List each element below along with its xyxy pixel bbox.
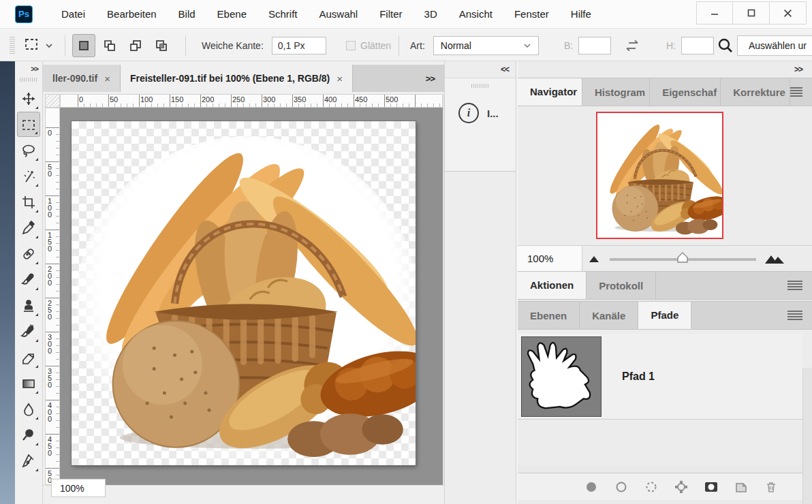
navigator-panel <box>518 106 812 245</box>
chevron-down-icon[interactable] <box>45 43 53 48</box>
paths-panel-footer <box>518 473 802 500</box>
menu-bar: DateiBearbeitenBildEbeneSchriftAuswahlFi… <box>52 4 601 24</box>
options-grip[interactable] <box>10 37 15 54</box>
navigator-zoom-field[interactable]: 100% <box>518 246 582 271</box>
subtract-from-selection-button[interactable] <box>124 34 147 57</box>
new-path-icon <box>734 480 748 494</box>
panel-tab-korrekture[interactable]: Korrekture <box>721 78 790 106</box>
panel-tab-eigenschaf[interactable]: Eigenschaf <box>650 78 721 106</box>
panel-tab-pfade[interactable]: Pfade <box>638 302 691 329</box>
collapse-panels-button[interactable]: << <box>445 61 516 78</box>
add-mask-button[interactable] <box>704 480 718 494</box>
info-panel-button[interactable]: i I... <box>445 92 516 123</box>
tool-preset-marquee-icon[interactable] <box>23 36 40 55</box>
new-path-button[interactable] <box>734 480 748 494</box>
healing-tool-button[interactable] <box>17 241 40 266</box>
move-tool-button[interactable] <box>17 86 40 111</box>
menu-hilfe[interactable]: Hilfe <box>561 4 601 24</box>
search-icon[interactable] <box>717 37 734 54</box>
lasso-tool-button[interactable] <box>17 138 40 163</box>
history-tool-button[interactable] <box>17 319 40 344</box>
pasteboard[interactable] <box>60 108 443 485</box>
background-strip <box>0 61 15 504</box>
zoom-out-icon[interactable] <box>589 255 599 263</box>
panel-tab-aktionen[interactable]: Aktionen <box>518 272 587 299</box>
crop-tool-button[interactable] <box>17 189 40 215</box>
document-tab-label: Freisteller-091.tif bei 100% (Ebene 1, R… <box>130 73 330 84</box>
zoom-slider-thumb[interactable] <box>676 251 689 265</box>
swap-dimensions-icon[interactable] <box>624 39 640 52</box>
height-input[interactable] <box>681 37 714 54</box>
panel-menu-icon[interactable] <box>790 87 802 97</box>
gradient-tool-button[interactable] <box>17 371 40 396</box>
menu-ebene[interactable]: Ebene <box>208 4 256 24</box>
fill-path-button[interactable] <box>584 480 598 494</box>
expand-panels-button[interactable]: >> <box>518 61 812 78</box>
tab-close-icon[interactable]: × <box>337 73 343 84</box>
new-selection-button[interactable] <box>72 34 95 57</box>
menu-ansicht[interactable]: Ansicht <box>450 4 502 24</box>
path-thumbnail[interactable] <box>521 336 602 417</box>
panel-scrollbar[interactable] <box>802 368 812 504</box>
menu-bearbeiten[interactable]: Bearbeiten <box>97 4 166 24</box>
document-tab-0[interactable]: ller-090.tif× <box>43 65 121 92</box>
menu-auswahl[interactable]: Auswahl <box>310 4 368 24</box>
panel-tab-ebenen[interactable]: Ebenen <box>518 302 580 329</box>
path-from-selection-icon <box>674 480 688 494</box>
path-list-item[interactable]: Pfad 1 <box>518 334 802 420</box>
minimize-button[interactable] <box>696 1 733 25</box>
wand-tool-button[interactable] <box>17 163 40 189</box>
document-tab-1[interactable]: Freisteller-091.tif bei 100% (Ebene 1, R… <box>121 65 353 92</box>
pen-tool-button[interactable] <box>17 448 40 473</box>
antialias-checkbox[interactable] <box>346 41 356 50</box>
maximize-button[interactable] <box>733 1 770 25</box>
eraser-tool-button[interactable] <box>17 345 40 370</box>
vertical-ruler[interactable]: 050100150200250300350400450500 <box>45 108 60 485</box>
tab-close-icon[interactable]: × <box>104 73 110 84</box>
path-from-selection-button[interactable] <box>674 480 688 494</box>
feather-input[interactable] <box>272 37 326 54</box>
stroke-path-icon <box>614 480 628 494</box>
tools-expand-button[interactable]: >> <box>15 61 42 76</box>
delete-path-button[interactable] <box>764 480 778 494</box>
panel-tab-histogram[interactable]: Histogram <box>582 78 650 106</box>
marquee-tool-button[interactable] <box>17 112 40 137</box>
menu-fenster[interactable]: Fenster <box>505 4 559 24</box>
menu-3d[interactable]: 3D <box>415 4 447 24</box>
intersect-selection-button[interactable] <box>150 34 173 57</box>
panel-tab-navigator[interactable]: Navigator <box>518 78 582 106</box>
width-input[interactable] <box>578 37 611 54</box>
menu-filter[interactable]: Filter <box>370 4 411 24</box>
dodge-tool-button[interactable] <box>17 422 40 447</box>
canvas[interactable] <box>72 121 416 465</box>
panel-tab-kanäle[interactable]: Kanäle <box>580 302 638 329</box>
crop-icon <box>20 194 37 210</box>
eyedropper-tool-button[interactable] <box>17 215 40 240</box>
load-selection-button[interactable] <box>644 480 658 494</box>
panel-grip[interactable] <box>471 84 489 88</box>
panel-menu-icon[interactable] <box>787 311 802 320</box>
fill-path-icon <box>584 480 598 494</box>
menu-datei[interactable]: Datei <box>52 4 95 24</box>
menu-schrift[interactable]: Schrift <box>259 4 307 24</box>
menu-bild[interactable]: Bild <box>169 4 205 24</box>
brush-tool-button[interactable] <box>17 267 40 292</box>
horizontal-ruler[interactable]: 050100150200250300350400450500 <box>60 94 443 108</box>
ruler-corner[interactable] <box>45 94 60 108</box>
ruler-tick-label: 0 <box>79 95 83 104</box>
blur-tool-button[interactable] <box>17 396 40 422</box>
panel-tab-protokoll[interactable]: Protokoll <box>587 272 656 299</box>
tools-grip[interactable] <box>20 78 37 82</box>
zoom-level-field[interactable]: 100% <box>51 479 106 497</box>
path-name[interactable]: Pfad 1 <box>622 371 655 383</box>
stamp-tool-button[interactable] <box>17 293 40 318</box>
tab-overflow-button[interactable]: >> <box>416 65 444 92</box>
navigator-proxy-view[interactable] <box>596 112 723 239</box>
zoom-in-icon[interactable] <box>764 253 785 264</box>
style-select[interactable]: Normal <box>433 36 539 55</box>
stroke-path-button[interactable] <box>614 480 628 494</box>
add-to-selection-button[interactable] <box>98 34 121 57</box>
select-and-mask-button[interactable]: Auswählen ur <box>737 35 812 56</box>
panel-menu-icon[interactable] <box>787 281 802 290</box>
close-button[interactable] <box>770 1 807 25</box>
